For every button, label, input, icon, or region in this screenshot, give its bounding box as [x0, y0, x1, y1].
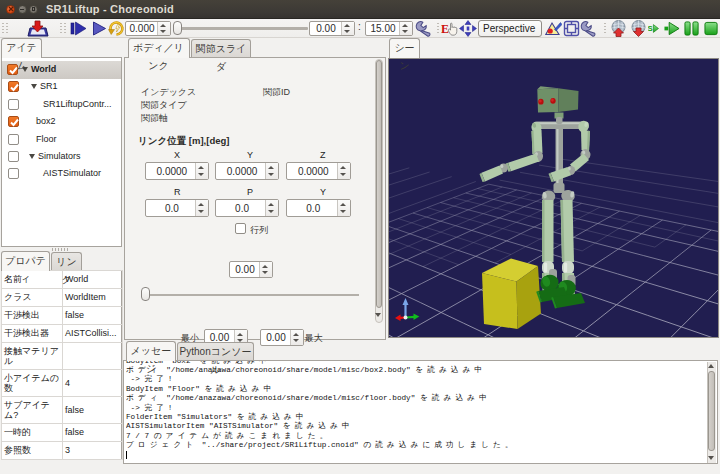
svg-text:E: E [441, 22, 449, 36]
svg-text:S: S [648, 25, 653, 34]
